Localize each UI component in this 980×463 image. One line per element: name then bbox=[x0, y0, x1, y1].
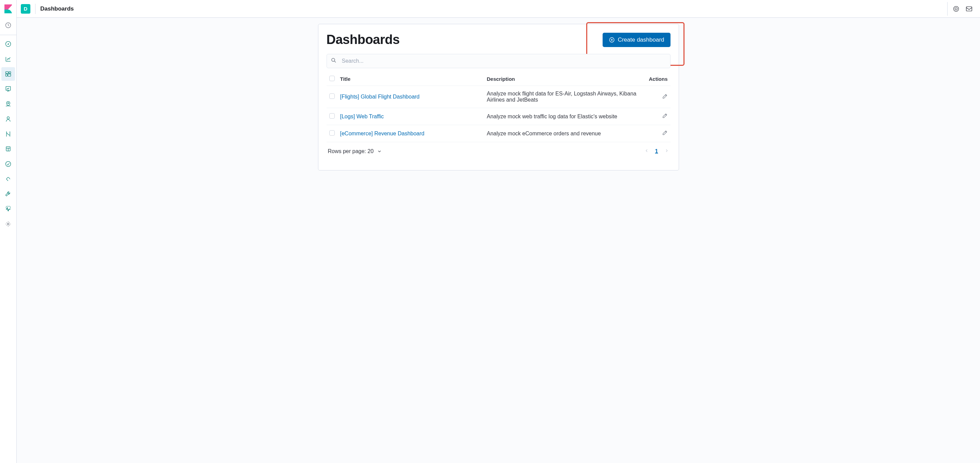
kibana-logo[interactable] bbox=[0, 0, 17, 18]
rows-per-page-label: Rows per page: 20 bbox=[328, 148, 374, 154]
svg-point-16 bbox=[332, 58, 335, 61]
topbar: D Dashboards bbox=[17, 0, 980, 18]
edit-icon[interactable] bbox=[662, 131, 668, 137]
app-sidebar bbox=[0, 0, 17, 463]
uptime-icon[interactable] bbox=[2, 157, 15, 171]
infra-icon[interactable] bbox=[2, 127, 15, 141]
svg-point-13 bbox=[955, 8, 957, 10]
dashboards-panel: Dashboards Create dashboard bbox=[318, 24, 679, 170]
chevron-down-icon bbox=[377, 149, 382, 154]
edit-icon[interactable] bbox=[662, 94, 668, 100]
ml-icon[interactable] bbox=[2, 112, 15, 126]
svg-point-7 bbox=[8, 103, 8, 104]
row-checkbox[interactable] bbox=[329, 130, 335, 136]
page-title: Dashboards bbox=[326, 32, 400, 47]
maps-icon[interactable] bbox=[2, 97, 15, 111]
dashboard-description: Analyze mock web traffic log data for El… bbox=[484, 108, 644, 125]
dashboard-link[interactable]: [Flights] Global Flight Dashboard bbox=[340, 94, 420, 100]
recent-icon[interactable] bbox=[2, 18, 15, 32]
svg-point-10 bbox=[6, 162, 11, 167]
space-selector[interactable]: D bbox=[21, 4, 30, 14]
dashboard-icon[interactable] bbox=[2, 67, 15, 81]
svg-rect-14 bbox=[966, 6, 972, 11]
svg-rect-5 bbox=[8, 74, 11, 76]
next-page bbox=[664, 148, 669, 154]
discover-icon[interactable] bbox=[2, 37, 15, 51]
svg-point-11 bbox=[8, 223, 9, 225]
devtools-icon[interactable] bbox=[2, 187, 15, 201]
visualize-icon[interactable] bbox=[2, 52, 15, 66]
dashboard-description: Analyze mock flight data for ES-Air, Log… bbox=[484, 86, 644, 108]
dashboard-link[interactable]: [Logs] Web Traffic bbox=[340, 114, 384, 119]
table-row: [Flights] Global Flight Dashboard Analyz… bbox=[326, 86, 670, 108]
svg-rect-9 bbox=[6, 147, 10, 148]
management-icon[interactable] bbox=[2, 217, 15, 231]
col-actions: Actions bbox=[644, 72, 670, 86]
logs-icon[interactable] bbox=[2, 142, 15, 156]
monitoring-icon[interactable] bbox=[2, 202, 15, 216]
svg-rect-3 bbox=[9, 71, 11, 73]
col-description: Description bbox=[484, 72, 644, 86]
svg-rect-2 bbox=[6, 71, 8, 73]
dashboard-link[interactable]: [eCommerce] Revenue Dashboard bbox=[340, 131, 425, 136]
row-checkbox[interactable] bbox=[329, 113, 335, 119]
svg-point-8 bbox=[7, 117, 10, 119]
breadcrumb: Dashboards bbox=[40, 5, 74, 12]
col-title[interactable]: Title bbox=[337, 72, 484, 86]
row-checkbox[interactable] bbox=[329, 94, 335, 99]
pagination: 1 bbox=[644, 148, 669, 154]
create-dashboard-label: Create dashboard bbox=[617, 36, 664, 43]
table-row: [eCommerce] Revenue Dashboard Analyze mo… bbox=[326, 125, 670, 142]
help-icon[interactable] bbox=[947, 2, 961, 16]
edit-icon[interactable] bbox=[662, 114, 668, 120]
apm-icon[interactable] bbox=[2, 172, 15, 186]
canvas-icon[interactable] bbox=[2, 82, 15, 96]
create-dashboard-button[interactable]: Create dashboard bbox=[603, 33, 670, 47]
select-all-checkbox[interactable] bbox=[329, 76, 335, 81]
svg-rect-6 bbox=[6, 87, 10, 91]
search-input[interactable] bbox=[326, 54, 670, 68]
prev-page bbox=[644, 148, 649, 154]
search-icon bbox=[331, 57, 337, 65]
page-number[interactable]: 1 bbox=[655, 148, 658, 154]
table-row: [Logs] Web Traffic Analyze mock web traf… bbox=[326, 108, 670, 125]
dashboards-table: Title Description Actions [Flights] Glob… bbox=[326, 72, 670, 142]
newsfeed-icon[interactable] bbox=[962, 2, 976, 16]
rows-per-page[interactable]: Rows per page: 20 bbox=[328, 148, 382, 154]
svg-rect-4 bbox=[6, 74, 8, 76]
svg-point-12 bbox=[953, 6, 958, 11]
plus-circle-icon bbox=[609, 37, 615, 43]
dashboard-description: Analyze mock eCommerce orders and revenu… bbox=[484, 125, 644, 142]
